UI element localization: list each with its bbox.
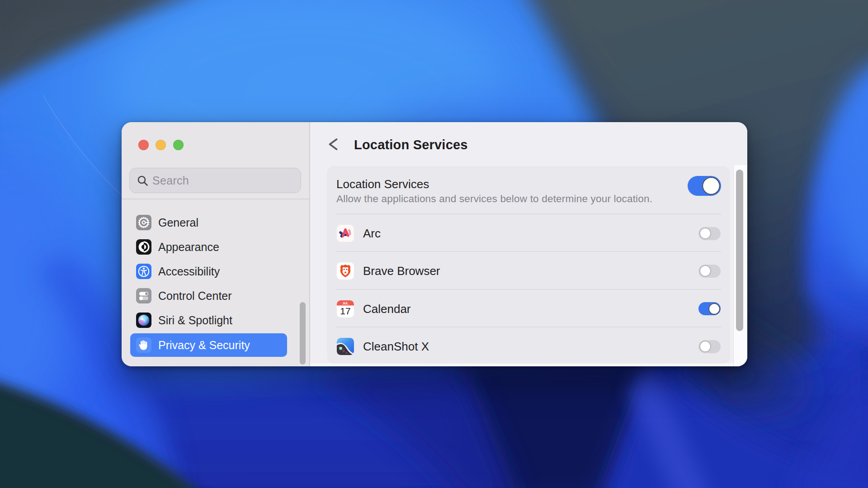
svg-text:17: 17 bbox=[340, 305, 350, 316]
svg-text:JUL: JUL bbox=[342, 302, 349, 305]
